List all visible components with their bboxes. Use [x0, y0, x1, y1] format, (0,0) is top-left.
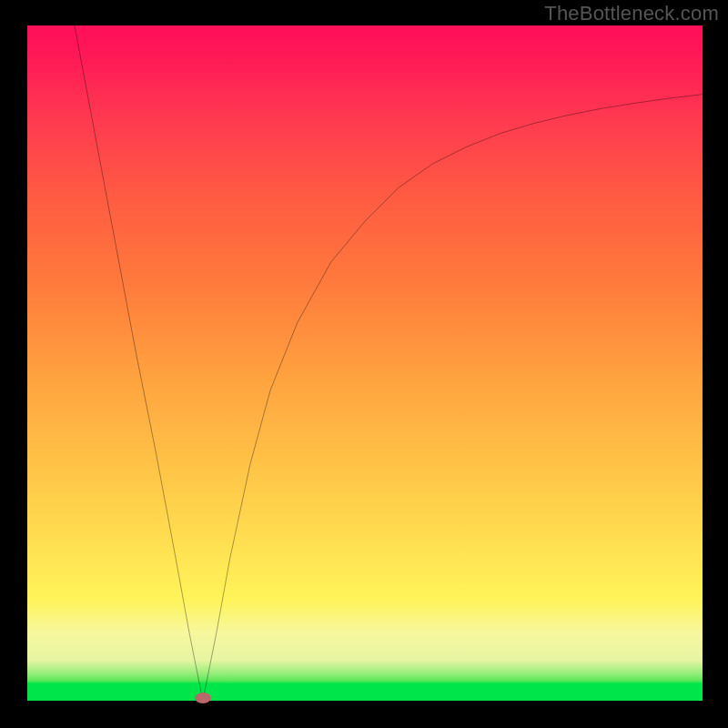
chart-frame: TheBottleneck.com: [0, 0, 728, 728]
watermark-text: TheBottleneck.com: [544, 2, 719, 25]
plot-area: [27, 25, 703, 701]
curve-svg: [27, 25, 703, 701]
bottleneck-curve: [75, 25, 703, 701]
curve-polyline: [75, 25, 703, 701]
optimal-point-marker: [195, 693, 211, 703]
